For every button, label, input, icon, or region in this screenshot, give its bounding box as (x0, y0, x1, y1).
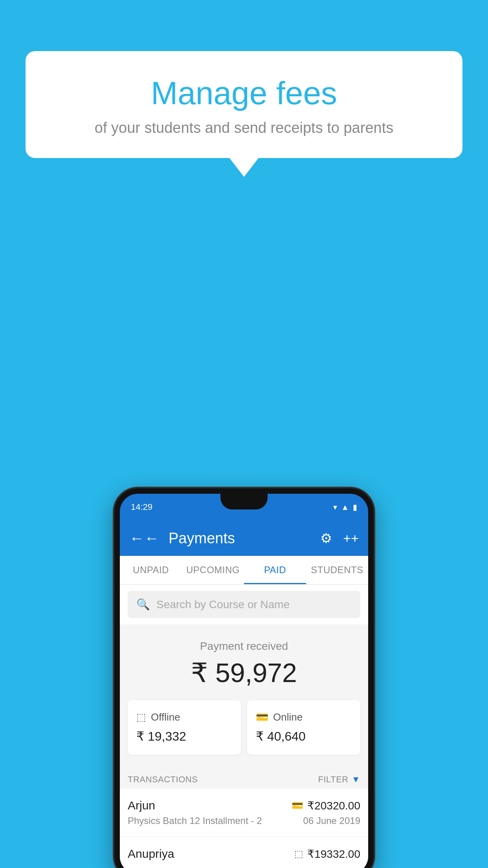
signal-icon: ▲ (341, 503, 349, 512)
online-card: 💳 Online ₹ 40,640 (247, 700, 360, 755)
offline-amount: ₹ 19,332 (136, 729, 232, 744)
app-bar-title: Payments (169, 530, 320, 547)
search-input[interactable]: Search by Course or Name (156, 598, 290, 611)
phone-frame: 14:29 ▾ ▲ ▮ ← Payments + UNPAID UPCOMING… (114, 488, 374, 868)
payment-total-amount: ₹ 59,972 (128, 657, 360, 688)
transaction-amount: ₹19332.00 (307, 848, 360, 861)
transaction-row-top: Arjun 💳 ₹20320.00 (128, 799, 360, 812)
battery-icon: ▮ (353, 502, 357, 512)
status-icons: ▾ ▲ ▮ (333, 502, 357, 512)
tab-paid[interactable]: PAID (244, 556, 306, 584)
table-row[interactable]: Anupriya ⬚ ₹19332.00 (120, 837, 368, 868)
tab-unpaid[interactable]: UNPAID (120, 556, 182, 584)
table-row[interactable]: Arjun 💳 ₹20320.00 Physics Batch 12 Insta… (120, 789, 368, 837)
speech-bubble-container: Manage fees of your students and send re… (26, 51, 462, 158)
app-bar: ← Payments + (120, 520, 368, 556)
tabs-bar: UNPAID UPCOMING PAID STUDENTS (120, 556, 368, 585)
transaction-row-top: Anupriya ⬚ ₹19332.00 (128, 847, 360, 861)
transactions-label: TRANSACTIONS (128, 774, 198, 785)
speech-bubble: Manage fees of your students and send re… (26, 51, 462, 158)
offline-label: Offline (151, 711, 180, 723)
search-box[interactable]: 🔍 Search by Course or Name (128, 591, 360, 618)
payment-type-icon: 💳 (292, 800, 303, 811)
online-icon: 💳 (256, 711, 268, 723)
volume-button-2 (116, 600, 119, 620)
bubble-subtitle: of your students and send receipts to pa… (45, 120, 443, 136)
offline-card: ⬚ Offline ₹ 19,332 (128, 700, 241, 755)
tab-upcoming[interactable]: UPCOMING (182, 556, 244, 584)
transaction-amount-area: 💳 ₹20320.00 (292, 799, 360, 812)
online-amount: ₹ 40,640 (256, 729, 352, 744)
status-time: 14:29 (131, 502, 152, 512)
screen-content: 🔍 Search by Course or Name Payment recei… (120, 585, 368, 868)
offline-icon: ⬚ (136, 711, 146, 723)
search-container: 🔍 Search by Course or Name (120, 585, 368, 624)
payment-summary: Payment received ₹ 59,972 (120, 624, 368, 700)
transactions-header: TRANSACTIONS FILTER ▼ (120, 767, 368, 789)
filter-label: FILTER (318, 774, 349, 785)
transaction-row-bottom: Physics Batch 12 Installment - 2 06 June… (128, 815, 360, 826)
transaction-name: Anupriya (128, 847, 174, 861)
phone-notch (220, 494, 268, 509)
online-card-header: 💳 Online (256, 711, 352, 723)
power-button (369, 584, 372, 616)
transaction-name: Arjun (128, 799, 155, 812)
search-icon: 🔍 (136, 598, 150, 611)
payment-received-label: Payment received (128, 640, 360, 653)
tab-students[interactable]: STUDENTS (306, 556, 368, 584)
add-icon[interactable]: + (343, 531, 359, 546)
settings-icon[interactable] (320, 530, 332, 546)
payment-type-icon: ⬚ (294, 848, 303, 859)
volume-button-1 (116, 572, 119, 592)
app-bar-actions: + (320, 530, 359, 546)
transaction-course: Physics Batch 12 Installment - 2 (128, 815, 262, 826)
transaction-date: 06 June 2019 (303, 815, 360, 826)
payment-cards: ⬚ Offline ₹ 19,332 💳 Online ₹ 40,640 (120, 700, 368, 767)
online-label: Online (273, 711, 303, 723)
bubble-title: Manage fees (45, 75, 443, 112)
filter-button[interactable]: FILTER ▼ (318, 774, 360, 785)
offline-card-header: ⬚ Offline (136, 711, 232, 723)
wifi-icon: ▾ (333, 502, 337, 512)
status-bar: 14:29 ▾ ▲ ▮ (120, 494, 368, 520)
transaction-amount-area: ⬚ ₹19332.00 (294, 848, 360, 861)
filter-icon: ▼ (352, 774, 360, 785)
back-button[interactable]: ← (129, 530, 159, 547)
transaction-amount: ₹20320.00 (307, 799, 360, 812)
